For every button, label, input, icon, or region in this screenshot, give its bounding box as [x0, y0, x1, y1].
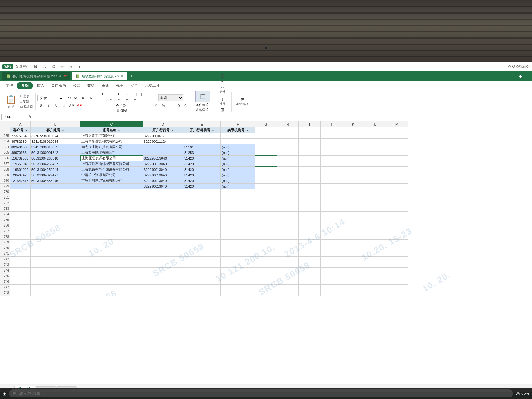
cell-empty[interactable] — [321, 172, 342, 178]
cell-d-730[interactable] — [143, 189, 183, 195]
cell-empty[interactable] — [386, 257, 408, 262]
cell-f-747[interactable] — [221, 285, 255, 290]
ribbon-tab-security[interactable]: 安全 — [127, 82, 141, 89]
cell-c-743[interactable] — [80, 262, 143, 268]
cell-empty[interactable] — [299, 240, 321, 245]
cell-empty[interactable] — [386, 240, 408, 245]
cell-a-566[interactable]: 116739586 — [10, 156, 31, 161]
ribbon-tab-insert[interactable]: 插入 — [34, 82, 47, 89]
cell-e-747[interactable] — [183, 285, 221, 290]
cell-empty[interactable] — [342, 262, 364, 268]
cell-empty[interactable] — [299, 217, 321, 223]
cell-c-567[interactable]: 上海桓斯石油机械设备有限公司 — [80, 161, 143, 167]
conditional-format-btn[interactable]: 条件格式· — [196, 103, 209, 107]
cell-empty[interactable] — [277, 200, 299, 206]
cell-d-569[interactable]: 322290013040 — [143, 172, 183, 178]
increase-decimal-btn[interactable]: .0 — [175, 103, 182, 109]
indent-decrease-btn[interactable]: |← — [140, 91, 147, 97]
cell-empty[interactable] — [277, 139, 299, 144]
cell-f-737[interactable] — [221, 228, 255, 234]
align-top-btn[interactable]: ⬆ — [99, 91, 106, 97]
cell-f-734[interactable] — [221, 212, 255, 217]
cell-a-565[interactable]: 86970966 — [10, 150, 31, 156]
cell-f-570[interactable]: (null) — [221, 178, 255, 184]
cell-empty[interactable] — [277, 262, 299, 268]
cell-empty[interactable] — [255, 279, 277, 285]
cell-d-748[interactable] — [143, 290, 183, 296]
cell-a-745[interactable] — [10, 273, 31, 279]
cell-empty[interactable] — [321, 144, 342, 150]
cell-empty[interactable] — [386, 195, 408, 200]
cell-d-745[interactable] — [143, 273, 183, 279]
cell-empty[interactable] — [277, 268, 299, 273]
cell-empty[interactable] — [277, 217, 299, 223]
cell-empty[interactable] — [255, 206, 277, 212]
cell-empty[interactable] — [321, 245, 342, 251]
cell-b-744[interactable] — [31, 268, 80, 273]
cell-empty[interactable] — [299, 245, 321, 251]
cell-empty[interactable] — [364, 245, 386, 251]
border-button[interactable]: ⊞ — [61, 102, 68, 108]
cell-a-454[interactable]: 86782339 — [10, 139, 31, 144]
cell-a-734[interactable] — [10, 212, 31, 217]
cell-d-454[interactable]: 322290011124 — [143, 139, 183, 144]
cell-empty[interactable] — [277, 240, 299, 245]
increase-font-btn[interactable]: A — [80, 95, 86, 101]
cell-empty[interactable] — [386, 268, 408, 273]
cell-empty[interactable] — [364, 262, 386, 268]
cell-e-732[interactable] — [183, 200, 221, 206]
cell-e-740[interactable] — [183, 245, 221, 251]
cell-d-741[interactable] — [143, 251, 183, 257]
cell-empty[interactable] — [364, 167, 386, 172]
cell-empty[interactable] — [255, 195, 277, 200]
cell-empty[interactable] — [386, 200, 408, 206]
cell-e-734[interactable] — [183, 212, 221, 217]
ribbon-tab-dev[interactable]: 开发工具 — [142, 82, 163, 89]
currency-btn[interactable]: ¥ — [152, 103, 159, 109]
col-c-header[interactable]: C — [80, 121, 143, 127]
cell-empty[interactable] — [321, 156, 342, 161]
cell-f-742[interactable] — [221, 257, 255, 262]
cell-empty[interactable] — [342, 195, 364, 200]
cell-empty[interactable] — [364, 150, 386, 156]
cell-e-566[interactable]: 31420 — [183, 156, 221, 161]
cell-empty[interactable] — [255, 172, 277, 178]
cell-d-564[interactable] — [143, 144, 183, 150]
cell-empty[interactable] — [342, 150, 364, 156]
cell-empty[interactable] — [255, 262, 277, 268]
cell-f-733[interactable] — [221, 206, 255, 212]
cell-empty[interactable] — [277, 178, 299, 184]
tab-file-2[interactable]: 📗 垃圾数据-操作员信息.xls ✕ — [72, 72, 127, 80]
cell-empty[interactable] — [342, 212, 364, 217]
copy-button[interactable]: □ 复制 — [19, 99, 34, 104]
cell-d-747[interactable] — [143, 285, 183, 290]
align-left-btn[interactable]: ≡ — [107, 97, 114, 103]
cell-empty[interactable] — [386, 290, 408, 296]
cell-empty[interactable] — [299, 144, 321, 150]
cell-a-737[interactable] — [10, 228, 31, 234]
cell-empty[interactable] — [386, 167, 408, 172]
cell-empty[interactable] — [321, 240, 342, 245]
col-l-header[interactable]: L — [364, 121, 386, 127]
cell-d-732[interactable] — [143, 200, 183, 206]
indent-increase-btn[interactable]: →| — [132, 91, 138, 97]
cell-d-738[interactable] — [143, 234, 183, 240]
cell-f-731[interactable] — [221, 195, 255, 200]
cell-empty[interactable] — [299, 251, 321, 257]
cell-empty[interactable] — [342, 290, 364, 296]
decrease-decimal-btn[interactable]: 0. — [182, 103, 189, 109]
cell-e-737[interactable] — [183, 228, 221, 234]
cell-a-740[interactable] — [10, 245, 31, 251]
cell-e-748[interactable] — [183, 290, 221, 296]
cell-d-565[interactable] — [143, 150, 183, 156]
cell-empty[interactable] — [342, 133, 364, 139]
cell-empty[interactable] — [255, 161, 277, 167]
ribbon-tab-layout[interactable]: 页面布局 — [48, 82, 69, 89]
cell-empty[interactable] — [299, 200, 321, 206]
cell-b-748[interactable] — [31, 290, 80, 296]
cell-a-729[interactable] — [10, 184, 31, 189]
cell-c-734[interactable] — [80, 212, 143, 217]
cell-empty[interactable] — [321, 279, 342, 285]
cut-button[interactable]: ✂ 剪切 — [19, 94, 34, 99]
cell-d-744[interactable] — [143, 268, 183, 273]
